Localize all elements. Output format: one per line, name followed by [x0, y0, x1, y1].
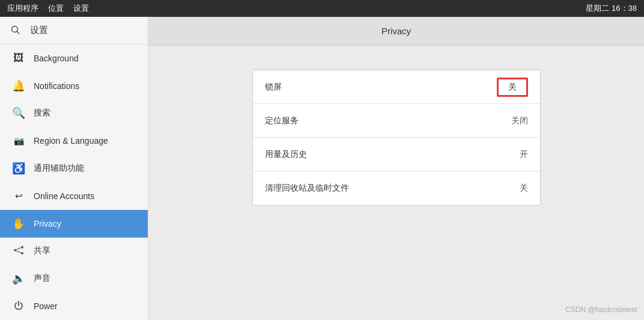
- watermark: CSDN @hardcodetest: [565, 306, 637, 314]
- accessibility-icon: ♿: [12, 162, 25, 175]
- lock-screen-label: 锁屏: [265, 82, 282, 93]
- privacy-icon: ✋: [12, 217, 25, 230]
- background-icon: 🖼: [12, 52, 25, 64]
- lock-screen-value[interactable]: 关: [497, 78, 528, 97]
- search-icon[interactable]: [7, 22, 24, 38]
- sidebar-item-online-accounts[interactable]: ↩ Online Accounts: [0, 182, 148, 210]
- location-value: 关闭: [511, 115, 528, 126]
- app-window: 设置 🖼 Background 🔔 Notifications 🔍 搜索 📷 R…: [0, 17, 644, 320]
- main-title: Privacy: [381, 26, 411, 36]
- sidebar-item-privacy[interactable]: ✋ Privacy: [0, 210, 148, 238]
- online-accounts-icon: ↩: [12, 191, 25, 202]
- sidebar-item-label: Power: [34, 301, 58, 311]
- usage-history-label: 用量及历史: [265, 149, 307, 160]
- system-bar-clock: 星期二 16：38: [586, 3, 637, 14]
- sidebar-item-region-language[interactable]: 📷 Region & Language: [0, 127, 148, 155]
- power-icon: [12, 300, 25, 313]
- sidebar-item-background[interactable]: 🖼 Background: [0, 45, 148, 72]
- sidebar-item-label: Background: [34, 54, 79, 63]
- system-bar: 应用程序 位置 设置 星期二 16：38: [0, 0, 644, 17]
- sidebar-item-label: 通用辅助功能: [34, 163, 84, 174]
- privacy-panel: 锁屏 关 定位服务 关闭 用量及历史 开 清理回收站及临时文件 关: [252, 70, 541, 206]
- sidebar-item-search[interactable]: 🔍 搜索: [0, 99, 148, 127]
- main-content: Privacy 锁屏 关 定位服务 关闭 用量及历史 开 清理回收站及临时文件: [148, 17, 644, 320]
- region-icon: 📷: [12, 136, 25, 146]
- privacy-row-trash[interactable]: 清理回收站及临时文件 关: [253, 171, 540, 205]
- sidebar-item-sharing[interactable]: 共享: [0, 238, 148, 265]
- sidebar-item-label: Notifications: [34, 81, 79, 91]
- location-label: 定位服务: [265, 115, 299, 126]
- main-header: Privacy: [148, 17, 644, 46]
- sidebar-item-label: Online Accounts: [34, 191, 94, 201]
- sidebar-item-notifications[interactable]: 🔔 Notifications: [0, 72, 148, 100]
- search-nav-icon: 🔍: [12, 106, 25, 120]
- privacy-row-location[interactable]: 定位服务 关闭: [253, 104, 540, 138]
- sidebar-item-label: Privacy: [34, 219, 61, 229]
- svg-line-1: [17, 32, 20, 34]
- svg-point-4: [21, 252, 23, 254]
- usage-history-value: 开: [520, 149, 528, 160]
- privacy-row-usage-history[interactable]: 用量及历史 开: [253, 138, 540, 171]
- sharing-icon: [12, 245, 25, 257]
- notifications-icon: 🔔: [12, 79, 25, 93]
- location-menu[interactable]: 位置: [48, 3, 64, 14]
- svg-line-5: [16, 247, 21, 250]
- settings-menu[interactable]: 设置: [73, 3, 89, 14]
- privacy-row-lock-screen[interactable]: 锁屏 关: [253, 70, 540, 104]
- sidebar-item-label: 搜索: [34, 108, 50, 118]
- sidebar-item-label: 共享: [34, 245, 50, 256]
- sidebar: 设置 🖼 Background 🔔 Notifications 🔍 搜索 📷 R…: [0, 17, 148, 320]
- svg-point-3: [21, 246, 23, 248]
- sidebar-item-accessibility[interactable]: ♿ 通用辅助功能: [0, 155, 148, 182]
- sidebar-title: 设置: [30, 25, 48, 36]
- trash-label: 清理回收站及临时文件: [265, 183, 349, 194]
- svg-point-2: [14, 249, 16, 251]
- sidebar-item-label: 声音: [34, 273, 50, 284]
- sidebar-header: 设置: [0, 17, 148, 45]
- sidebar-item-sound[interactable]: 🔈 声音: [0, 265, 148, 292]
- main-body: 锁屏 关 定位服务 关闭 用量及历史 开 清理回收站及临时文件 关: [148, 46, 644, 320]
- trash-value: 关: [520, 183, 528, 194]
- svg-line-6: [16, 251, 21, 253]
- app-menu[interactable]: 应用程序: [7, 3, 38, 14]
- sound-icon: 🔈: [12, 272, 25, 285]
- system-bar-left: 应用程序 位置 设置: [7, 3, 89, 14]
- sidebar-item-power[interactable]: Power: [0, 292, 148, 320]
- sidebar-item-label: Region & Language: [34, 136, 108, 146]
